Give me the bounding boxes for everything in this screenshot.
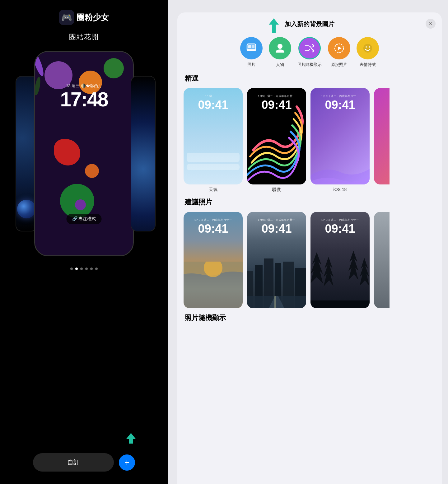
type-icon-shuffle[interactable]: 照片隨機顯示 xyxy=(297,37,322,67)
modal-title: 加入新的背景圖片 xyxy=(285,20,334,28)
type-icon-people[interactable]: 人物 xyxy=(269,37,291,67)
svg-point-12 xyxy=(369,46,370,48)
dot-6[interactable] xyxy=(95,268,98,270)
pride-card-frame: 1月9日 週二・丙成年冬月廿一 09:41 xyxy=(247,88,306,184)
arrow-shuffle-icon xyxy=(268,18,280,35)
weather-card-label: 天氣 xyxy=(209,187,217,193)
earth-wallpaper-left xyxy=(16,77,37,231)
live-label: 原況照片 xyxy=(331,62,347,67)
partial-card xyxy=(374,88,390,193)
svg-rect-5 xyxy=(252,45,254,48)
type-icon-emoji[interactable]: 表情符號 xyxy=(357,37,379,67)
suggested-section: 建議照片 1月9日 週二・丙成年冬月廿一 09:41 xyxy=(177,198,442,313)
ios18-card-label: iOS 18 xyxy=(334,187,347,192)
bottom-buttons: 自訂 + xyxy=(0,453,168,472)
flower-red-mid xyxy=(54,139,80,165)
pride-card[interactable]: 1月9日 週二・丙成年冬月廿一 09:41 驕 xyxy=(247,88,306,193)
logo-icon: 🎮 xyxy=(59,10,74,25)
ios18-card-frame: 1月9日 週二・丙成年冬月廿一 09:41 xyxy=(310,88,370,184)
svg-rect-6 xyxy=(247,49,256,51)
svg-point-10 xyxy=(363,44,372,53)
weather-widgets xyxy=(187,153,240,172)
phone-time-area: 18 週三 🌗�廓凸月 17:48 xyxy=(35,83,133,110)
people-label: 人物 xyxy=(276,62,284,67)
arrow-add-icon xyxy=(124,430,138,448)
suggested-partial-card xyxy=(374,212,390,308)
logo-area: 🎮 圈粉少女 xyxy=(59,10,109,25)
suggested-2-time: 1月9日 週二・丙成年冬月廿一 09:41 xyxy=(247,218,306,235)
modal-sheet: 加入新的背景圖片 × xyxy=(177,12,442,484)
emoji-icon-circle xyxy=(357,37,379,59)
suggested-partial-frame xyxy=(374,212,390,308)
featured-section: 精選 18 週三 ━━ 09:41 天氣 xyxy=(177,74,442,198)
logo-text: 圈粉少女 xyxy=(77,12,109,23)
shuffle-section: 照片隨機顯示 xyxy=(177,313,442,333)
phone-screen: 18 週三 🌗�廓凸月 17:48 🔗 專注模式 xyxy=(35,52,133,255)
phone-date: 18 週三 🌗�廓凸月 xyxy=(35,83,133,89)
main-phone-frame: 18 週三 🌗�廓凸月 17:48 🔗 專注模式 xyxy=(34,51,134,256)
shuffle-icon-circle xyxy=(298,37,321,59)
shuffle-label: 照片隨機顯示 xyxy=(297,62,322,67)
ios18-waves xyxy=(310,88,370,184)
flower-green-topright xyxy=(104,58,124,78)
svg-marker-1 xyxy=(269,18,279,33)
type-icon-live[interactable]: 原況照片 xyxy=(328,37,350,67)
leaf-purple xyxy=(35,52,45,77)
dot-5[interactable] xyxy=(90,268,93,270)
emoji-label: 表情符號 xyxy=(360,62,376,67)
svg-rect-23 xyxy=(310,300,370,308)
weather-card-frame: 18 週三 ━━ 09:41 xyxy=(184,88,243,184)
type-icon-photos[interactable]: 照片 xyxy=(240,37,263,67)
svg-point-11 xyxy=(366,46,367,48)
dots-indicator xyxy=(70,268,98,270)
page-title: 團結花開 xyxy=(69,32,99,42)
pride-card-label: 驕傲 xyxy=(272,187,281,193)
dot-4[interactable] xyxy=(85,268,88,270)
flower-purple-center xyxy=(75,199,86,210)
modal-header: 加入新的背景圖片 × xyxy=(177,12,442,33)
photos-icon-circle xyxy=(240,37,263,59)
featured-title: 精選 xyxy=(184,74,436,83)
suggested-card-2[interactable]: 1月9日 週二・丙成年冬月廿一 09:41 xyxy=(247,212,306,308)
type-icons-row: 照片 人物 照片隨機顯示 xyxy=(177,33,442,74)
suggested-card-1-frame: 1月9日 週二・丙成年冬月廿一 09:41 xyxy=(184,212,243,308)
add-button[interactable]: + xyxy=(119,454,135,471)
pride-card-time: 1月9日 週二・丙成年冬月廿一 09:41 xyxy=(247,94,306,112)
earth-circle xyxy=(17,200,36,218)
featured-cards-row: 18 週三 ━━ 09:41 天氣 1月9日 週二・丙成年冬 xyxy=(184,88,436,193)
svg-point-7 xyxy=(278,44,282,49)
customize-button[interactable]: 自訂 xyxy=(33,453,114,472)
flower-orange-small xyxy=(85,164,99,178)
svg-rect-4 xyxy=(248,45,251,48)
right-panel: 加入新的背景圖片 × xyxy=(168,0,448,484)
partial-card-frame xyxy=(374,88,390,184)
svg-rect-22 xyxy=(274,296,276,308)
ios18-card[interactable]: 1月9日 週二・丙成年冬月廿一 09:41 iOS 18 xyxy=(310,88,370,193)
people-icon-circle xyxy=(269,37,291,59)
phone-container: 18 週三 🌗�廓凸月 17:48 🔗 專注模式 xyxy=(34,51,134,256)
svg-marker-9 xyxy=(338,46,342,50)
phone-time: 17:48 xyxy=(35,89,133,110)
city-silhouette xyxy=(247,246,306,308)
suggested-card-3[interactable]: 1月9日 週二・丙成年冬月廿一 09:41 xyxy=(310,212,370,308)
suggested-3-time: 1月9日 週二・丙成年冬月廿一 09:41 xyxy=(310,218,370,235)
suggested-title: 建議照片 xyxy=(184,198,436,207)
live-icon-circle xyxy=(328,37,350,59)
left-panel: 🎮 圈粉少女 團結花開 18 週三 � xyxy=(0,0,168,484)
water-reflection xyxy=(184,262,243,308)
focus-badge: 🔗 專注模式 xyxy=(67,214,102,224)
suggested-card-1[interactable]: 1月9日 週二・丙成年冬月廿一 09:41 xyxy=(184,212,243,308)
weather-card-time: 18 週三 ━━ 09:41 xyxy=(184,94,243,112)
weather-card[interactable]: 18 週三 ━━ 09:41 天氣 xyxy=(184,88,243,193)
dot-2[interactable] xyxy=(75,268,78,270)
photos-label: 照片 xyxy=(247,62,255,67)
shuffle-title: 照片隨機顯示 xyxy=(184,313,436,323)
side-phone-right xyxy=(131,76,156,231)
svg-marker-0 xyxy=(126,433,136,444)
suggested-cards-row: 1月9日 週二・丙成年冬月廿一 09:41 xyxy=(184,212,436,308)
close-button[interactable]: × xyxy=(426,19,436,29)
tree-silhouette xyxy=(310,240,370,308)
dot-3[interactable] xyxy=(80,268,83,270)
dot-1[interactable] xyxy=(70,268,73,270)
suggested-1-time: 1月9日 週二・丙成年冬月廿一 09:41 xyxy=(184,218,243,235)
